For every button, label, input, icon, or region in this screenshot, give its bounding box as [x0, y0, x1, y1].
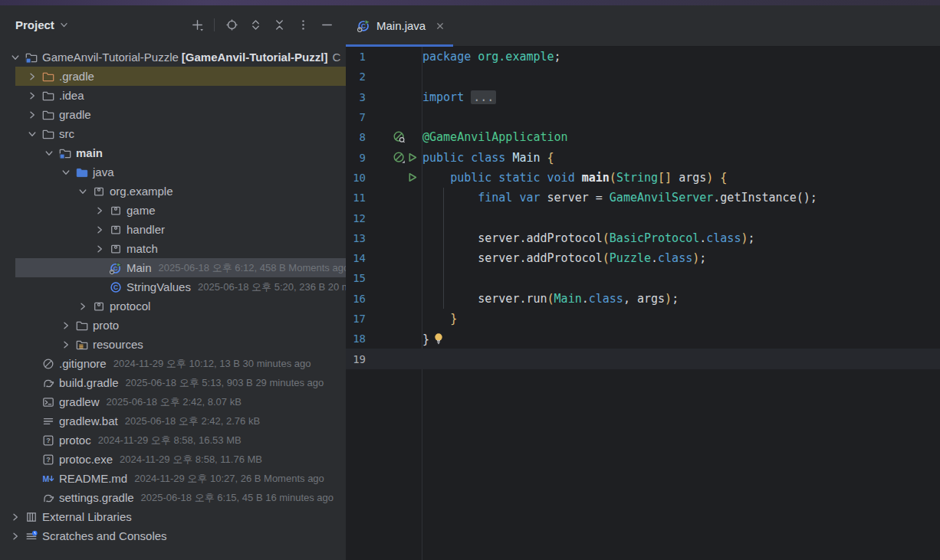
package-icon [93, 300, 105, 313]
editor-tab-main-java[interactable]: C Main.java [346, 5, 453, 46]
line-number[interactable]: 10 [346, 172, 369, 184]
slash-caret-icon[interactable] [393, 151, 406, 164]
run-icon[interactable] [406, 171, 419, 184]
chevron-right-icon[interactable] [94, 243, 110, 255]
chevron-right-icon[interactable] [60, 319, 76, 332]
editor-line-13: 13 server.addProtocol(BasicProtocol.clas… [346, 228, 940, 248]
code-text[interactable]: } [420, 312, 457, 326]
tree-item-gameanvil-tutorial-puzzle[interactable]: GameAnvil-Tutorial-Puzzle[GameAnvil-Tuto… [0, 47, 346, 67]
tree-item-org-example[interactable]: org.example [0, 182, 346, 201]
expand-all-button[interactable] [248, 18, 262, 32]
chevron-right-icon[interactable] [60, 339, 76, 351]
chevron-down-icon[interactable] [43, 147, 59, 159]
line-number[interactable]: 13 [346, 232, 369, 244]
chevron-down-icon[interactable] [9, 51, 25, 64]
tree-item-label: resources [93, 338, 143, 351]
tree-item-main[interactable]: CMain2025-06-18 오후 6:12, 458 B Moments a… [0, 258, 346, 277]
chevron-down-icon[interactable] [60, 166, 76, 178]
tree-item-label: protocol [110, 300, 150, 313]
chevron-spacer [26, 434, 42, 447]
more-options-button[interactable] [296, 18, 310, 32]
code-text[interactable]: final var server = GameAnvilServer.getIn… [420, 191, 817, 205]
tree-item-gradlew[interactable]: gradlew2025-06-18 오후 2:42, 8.07 kB [0, 392, 346, 411]
chevron-right-icon[interactable] [9, 511, 25, 523]
chevron-spacer [26, 415, 42, 427]
code-text[interactable]: public static void main(String[] args) { [420, 171, 727, 185]
chevron-right-icon[interactable] [77, 300, 93, 313]
code-text[interactable]: public class Main { [420, 151, 554, 165]
line-number[interactable]: 8 [346, 131, 369, 143]
close-icon[interactable] [435, 21, 445, 31]
code-text[interactable]: server.run(Main.class, args); [420, 292, 679, 306]
tree-item-external-libraries[interactable]: External Libraries [0, 507, 346, 526]
tree-item-gitignore[interactable]: .gitignore2024-11-29 오후 10:12, 13 B 30 m… [0, 354, 346, 373]
code-text[interactable]: import ... [420, 90, 496, 104]
chevron-right-icon[interactable] [26, 109, 42, 121]
code-text[interactable]: server.addProtocol(BasicProtocol.class); [420, 231, 755, 245]
tree-item-protocol[interactable]: protocol [0, 296, 346, 316]
tree-item-java[interactable]: java [0, 162, 346, 182]
code-text[interactable]: package org.example; [420, 50, 561, 64]
line-number[interactable]: 3 [346, 91, 369, 103]
hide-panel-button[interactable] [320, 18, 334, 32]
locate-button[interactable] [225, 18, 238, 32]
code-text[interactable]: @GameAnvilApplication [420, 130, 568, 144]
tree-item-gradle[interactable]: .gradle [0, 67, 346, 86]
gutter-icons [369, 211, 420, 225]
tree-item-gradle[interactable]: gradle [0, 105, 346, 124]
line-number[interactable]: 9 [346, 152, 369, 164]
editor-line-14: 14 server.addProtocol(Puzzle.class); [346, 248, 940, 268]
code-text[interactable]: server.addProtocol(Puzzle.class); [420, 251, 706, 265]
tree-item-stringvalues[interactable]: CStringValues2025-06-18 오후 5:20, 236 B 2… [0, 277, 346, 296]
line-number[interactable]: 19 [346, 353, 369, 365]
code-editor[interactable]: 1package org.example;23import ...78@Game… [346, 47, 940, 560]
tree-item-gradlew-bat[interactable]: gradlew.bat2025-06-18 오후 2:42, 2.76 kB [0, 411, 346, 431]
chevron-right-icon[interactable] [94, 205, 110, 217]
gutter-icons [369, 90, 420, 104]
tree-item-scratches-and-consoles[interactable]: Scratches and Consoles [0, 526, 346, 545]
line-number[interactable]: 18 [346, 332, 369, 345]
tree-item-protoc[interactable]: ?protoc2024-11-29 오후 8:58, 16.53 MB [0, 431, 346, 450]
tree-item-build-gradle[interactable]: build.gradle2025-06-18 오후 5:13, 903 B 29… [0, 373, 346, 392]
tree-item-protoc-exe[interactable]: ?protoc.exe2024-11-29 오후 8:58, 11.76 MB [0, 450, 346, 469]
tree-item-resources[interactable]: resources [0, 335, 346, 354]
line-number[interactable]: 12 [346, 212, 369, 224]
tree-item-proto[interactable]: proto [0, 316, 346, 335]
project-view-selector[interactable]: Project [15, 18, 54, 31]
line-number[interactable]: 2 [346, 70, 369, 83]
editor-line-7: 7 [346, 107, 940, 127]
chevron-right-icon[interactable] [26, 90, 42, 102]
line-number[interactable]: 11 [346, 192, 369, 204]
tree-item-game[interactable]: game [0, 201, 346, 220]
tree-item-main[interactable]: main [0, 143, 346, 162]
tree-item-label: game [127, 204, 156, 217]
chevron-down-icon[interactable] [77, 185, 93, 198]
add-button[interactable] [190, 18, 204, 32]
chevron-right-icon[interactable] [26, 70, 42, 83]
slash-search-icon[interactable] [393, 130, 406, 143]
editor-line-11: 11 final var server = GameAnvilServer.ge… [346, 188, 940, 208]
chevron-right-icon[interactable] [9, 530, 25, 542]
chevron-down-icon[interactable] [58, 19, 70, 31]
tree-item-readme-md[interactable]: MREADME.md2024-11-29 오후 10:27, 26 B Mome… [0, 469, 346, 488]
intention-bulb-icon[interactable] [432, 332, 445, 345]
tree-item-match[interactable]: match [0, 239, 346, 258]
line-number[interactable]: 1 [346, 51, 369, 63]
window-title-strip [0, 0, 940, 5]
code-text[interactable]: } [420, 332, 445, 346]
tree-item-idea[interactable]: .idea [0, 86, 346, 105]
tree-item-meta: 2025-06-18 오후 5:20, 236 B 20 minutes ago [198, 280, 346, 294]
collapse-all-button[interactable] [272, 18, 286, 32]
chevron-right-icon[interactable] [94, 224, 110, 236]
line-number[interactable]: 15 [346, 272, 369, 284]
line-number[interactable]: 7 [346, 111, 369, 123]
line-number[interactable]: 14 [346, 252, 369, 264]
line-number[interactable]: 16 [346, 293, 369, 305]
run-icon[interactable] [406, 151, 419, 164]
tree-item-label: protoc [59, 434, 91, 447]
line-number[interactable]: 17 [346, 313, 369, 325]
chevron-down-icon[interactable] [26, 128, 42, 140]
tree-item-settings-gradle[interactable]: settings.gradle2025-06-18 오후 6:15, 45 B … [0, 488, 346, 507]
tree-item-handler[interactable]: handler [0, 220, 346, 239]
tree-item-src[interactable]: src [0, 124, 346, 143]
